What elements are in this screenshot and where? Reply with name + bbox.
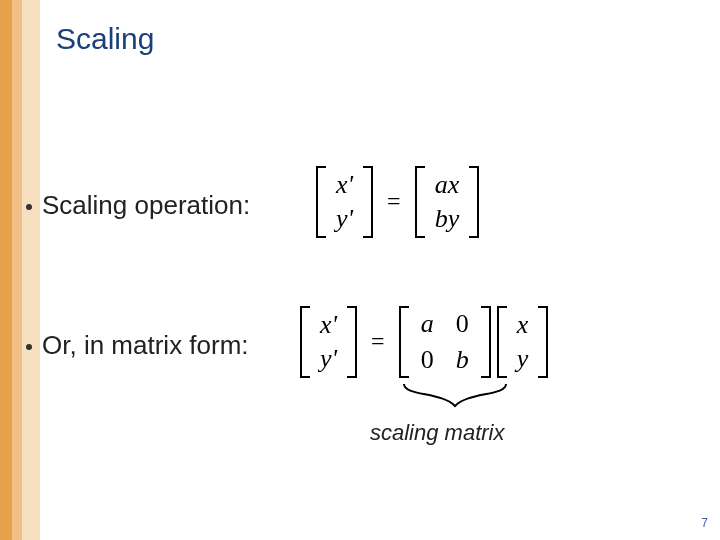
cell: a [421,309,434,339]
equation-scaling-operation: x' y' = ax by [316,166,479,238]
cell: 0 [421,345,434,375]
page-number: 7 [701,516,708,530]
bracket-icon [469,166,479,238]
cell: ax [435,168,460,202]
slide-title: Scaling [56,22,154,56]
bullet-icon [26,344,32,350]
equation-matrix-form: x' y' = a 0 0 b x y [300,306,548,378]
bullet-text: Or, in matrix form: [42,330,249,361]
cell: y [517,342,529,376]
underbrace-icon [402,382,508,410]
bracket-icon [415,166,425,238]
bracket-icon [363,166,373,238]
vector-xy: x y [513,306,533,378]
bullet-scaling-operation: Scaling operation: [26,190,250,221]
vector-rhs: ax by [431,166,464,238]
bullet-matrix-form: Or, in matrix form: [26,330,249,361]
cell: x' [320,308,337,342]
cell: x [517,308,529,342]
equals-sign: = [379,188,409,215]
cell: b [456,345,469,375]
bracket-icon [481,306,491,378]
bracket-icon [399,306,409,378]
bracket-icon [497,306,507,378]
bullet-icon [26,204,32,210]
equals-sign: = [363,328,393,355]
cell: y' [320,342,337,376]
annotation-scaling-matrix: scaling matrix [370,420,504,446]
vector-lhs: x' y' [316,306,341,378]
cell: y' [336,202,353,236]
bracket-icon [347,306,357,378]
bracket-icon [316,166,326,238]
cell: 0 [456,309,469,339]
cell: x' [336,168,353,202]
cell: by [435,202,460,236]
sidebar-accent [0,0,40,540]
vector-lhs: x' y' [332,166,357,238]
bracket-icon [300,306,310,378]
scaling-matrix: a 0 0 b [415,307,475,377]
bracket-icon [538,306,548,378]
bullet-text: Scaling operation: [42,190,250,221]
